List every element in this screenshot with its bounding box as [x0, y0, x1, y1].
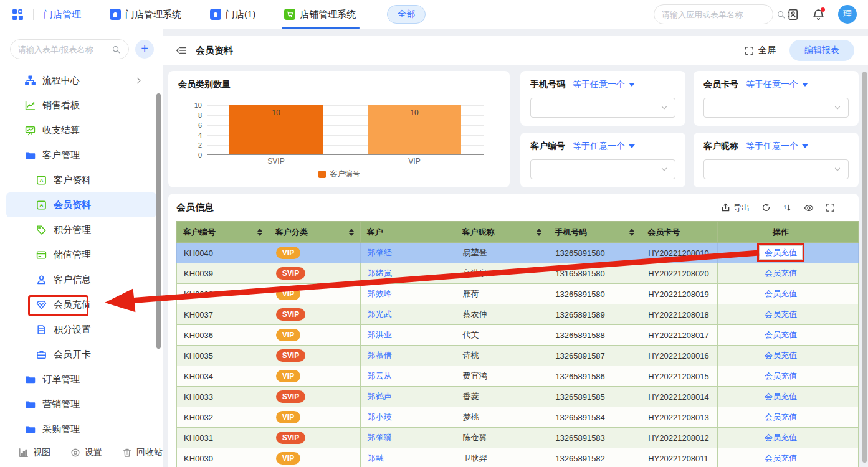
table-row-KH0036[interactable]: KH0036 VIP 郑洪业 代芙 13265891588 HY20221208…	[177, 325, 859, 346]
all-apps-button[interactable]: 全部	[387, 5, 426, 24]
edit-report-button[interactable]: 编辑报表	[789, 40, 854, 61]
contacts-icon[interactable]	[787, 9, 799, 21]
column-header-客户分类[interactable]: 客户分类	[269, 222, 360, 243]
footer-回收站[interactable]: 回收站	[122, 447, 163, 458]
member-recharge-link[interactable]: 会员充值	[765, 268, 797, 278]
sidebar-item-流程中心[interactable]: 流程中心	[6, 68, 156, 93]
page-scrollbar[interactable]	[862, 72, 867, 463]
customer-link[interactable]: 郑光武	[368, 309, 392, 319]
sidebar-item-会员资料[interactable]: A会员资料	[6, 192, 156, 217]
sidebar-item-客户管理[interactable]: 客户管理	[6, 143, 156, 167]
cell-card: HY20221208013	[641, 407, 718, 428]
column-header-客户: 客户	[360, 222, 455, 243]
add-form-button[interactable]: +	[135, 40, 154, 59]
sidebar-item-收支结算[interactable]: 收支结算	[6, 118, 156, 143]
bell-icon[interactable]	[813, 9, 824, 21]
member-recharge-link[interactable]: 会员充值	[765, 453, 797, 463]
nav-tab-2[interactable]: 门店(1)	[210, 0, 255, 29]
refresh-icon[interactable]	[761, 203, 771, 212]
table-fullscreen-icon[interactable]	[826, 203, 835, 212]
member-recharge-link[interactable]: 会员充值	[765, 371, 797, 380]
sidebar-item-客户信息[interactable]: 客户信息	[6, 267, 156, 292]
member-recharge-link[interactable]: 会员充值	[765, 433, 797, 442]
bar-VIP[interactable]: 10	[368, 105, 462, 154]
sort-arrows-icon[interactable]	[257, 229, 262, 236]
sidebar-search-input[interactable]	[18, 45, 108, 54]
table-row-KH0040[interactable]: KH0040 VIP 郑肇经 易堃登 13265891580 HY2022120…	[177, 243, 859, 263]
sidebar-item-订单管理[interactable]: 订单管理	[6, 367, 156, 392]
collapse-sidebar-icon[interactable]	[176, 45, 187, 56]
sidebar-scrollbar[interactable]	[156, 93, 161, 349]
folder-icon	[25, 374, 36, 385]
global-search[interactable]	[654, 4, 773, 24]
customer-link[interactable]: 郑融	[368, 453, 384, 463]
customer-link[interactable]: 郑绪岚	[368, 268, 392, 278]
nav-tab-1[interactable]: 门店管理系统	[110, 0, 181, 29]
sort-arrows-icon[interactable]	[629, 229, 634, 236]
table-row-KH0034[interactable]: KH0034 VIP 郑云从 费宜鸿 13265891586 HY2022120…	[177, 366, 859, 387]
table-row-KH0039[interactable]: KH0039 SVIP 郑绪岚 高洪泉 13165891580 HY202212…	[177, 263, 859, 284]
table-row-KH0037[interactable]: KH0037 SVIP 郑光武 蔡农仲 13265891589 HY202212…	[177, 304, 859, 325]
export-button[interactable]: 导出	[721, 202, 750, 214]
sidebar-item-采购管理[interactable]: 采购管理	[6, 417, 156, 434]
member-recharge-link[interactable]: 会员充值	[765, 351, 797, 360]
filter-operator-dropdown[interactable]: 等于任意一个	[573, 141, 635, 152]
cell-customer-id: KH0034	[177, 366, 269, 387]
filter-value-select[interactable]	[530, 159, 675, 179]
table-row-KH0032[interactable]: KH0032 VIP 郑小瑛 梦桃 13265891584 HY20221208…	[177, 407, 859, 428]
sidebar-item-会员充值[interactable]: 会员充值	[6, 292, 156, 317]
customer-link[interactable]: 郑效峰	[368, 289, 392, 298]
customer-link[interactable]: 郑肇经	[368, 248, 392, 257]
apps-grid-icon[interactable]	[11, 8, 24, 21]
customer-link[interactable]: 郑慕倩	[368, 351, 392, 360]
fullscreen-button[interactable]: 全屏	[745, 45, 776, 56]
table-row-KH0035[interactable]: KH0035 SVIP 郑慕倩 诗桃 13265891587 HY2022120…	[177, 346, 859, 366]
legend-label[interactable]: 客户编号	[330, 169, 360, 179]
avatar[interactable]: 理	[838, 5, 857, 24]
sort-icon[interactable]: 1	[783, 203, 792, 212]
footer-视图[interactable]: 视图	[19, 447, 50, 458]
filter-value-select[interactable]	[530, 98, 675, 118]
column-header-客户昵称[interactable]: 客户昵称	[455, 222, 548, 243]
table-row-KH0033[interactable]: KH0033 SVIP 郑鹤声 香菱 13265891585 HY2022120…	[177, 387, 859, 407]
member-recharge-link[interactable]: 会员充值	[765, 289, 797, 298]
customer-link[interactable]: 郑洪业	[368, 330, 392, 339]
sidebar-item-会员开卡[interactable]: 会员开卡	[6, 342, 156, 367]
member-recharge-link[interactable]: 会员充值	[765, 412, 797, 422]
sidebar-search[interactable]	[10, 39, 129, 59]
nav-tab-3[interactable]: 店铺管理系统	[284, 0, 356, 29]
member-recharge-button[interactable]: 会员充值	[759, 245, 803, 260]
sidebar-item-储值管理[interactable]: 储值管理	[6, 242, 156, 267]
table-row-KH0038[interactable]: KH0038 VIP 郑效峰 雁荷 13265891580 HY20221208…	[177, 284, 859, 304]
nav-tab-0[interactable]: 门店管理	[44, 0, 81, 29]
filter-operator-dropdown[interactable]: 等于任意一个	[746, 79, 808, 90]
sidebar-item-积分设置[interactable]: 积分设置	[6, 317, 156, 342]
customer-link[interactable]: 郑小瑛	[368, 412, 392, 422]
member-recharge-link[interactable]: 会员充值	[765, 309, 797, 319]
sort-arrows-icon[interactable]	[349, 229, 354, 236]
sidebar-item-积分管理[interactable]: 积分管理	[6, 217, 156, 242]
page-title: 会员资料	[196, 45, 233, 57]
member-recharge-link[interactable]: 会员充值	[765, 330, 797, 339]
column-header-客户编号[interactable]: 客户编号	[177, 222, 269, 243]
table-row-KH0031[interactable]: KH0031 SVIP 郑肇骥 陈仓翼 13265891583 HY202212…	[177, 428, 859, 448]
bar-SVIP[interactable]: 10	[229, 105, 323, 154]
customer-link[interactable]: 郑肇骥	[368, 433, 392, 442]
sort-arrows-icon[interactable]	[537, 229, 541, 236]
customer-link[interactable]: 郑云从	[368, 371, 392, 380]
sidebar-item-营销管理[interactable]: 营销管理	[6, 392, 156, 417]
sidebar-item-销售看板[interactable]: 销售看板	[6, 93, 156, 118]
filter-value-select[interactable]	[703, 98, 849, 118]
filter-operator-dropdown[interactable]: 等于任意一个	[746, 141, 808, 152]
customer-link[interactable]: 郑鹤声	[368, 392, 392, 401]
global-search-input[interactable]	[662, 10, 771, 19]
column-header-手机号码[interactable]: 手机号码	[548, 222, 641, 243]
trash-icon	[122, 448, 132, 458]
footer-设置[interactable]: 设置	[70, 447, 102, 458]
member-recharge-link[interactable]: 会员充值	[765, 392, 797, 401]
table-row-KH0030[interactable]: KH0030 VIP 郑融 卫耿羿 13265891582 HY20221208…	[177, 448, 859, 467]
filter-value-select[interactable]	[703, 159, 849, 179]
sidebar-item-客户资料[interactable]: A客户资料	[6, 167, 156, 192]
filter-operator-dropdown[interactable]: 等于任意一个	[573, 79, 635, 90]
eye-icon[interactable]	[804, 203, 814, 213]
